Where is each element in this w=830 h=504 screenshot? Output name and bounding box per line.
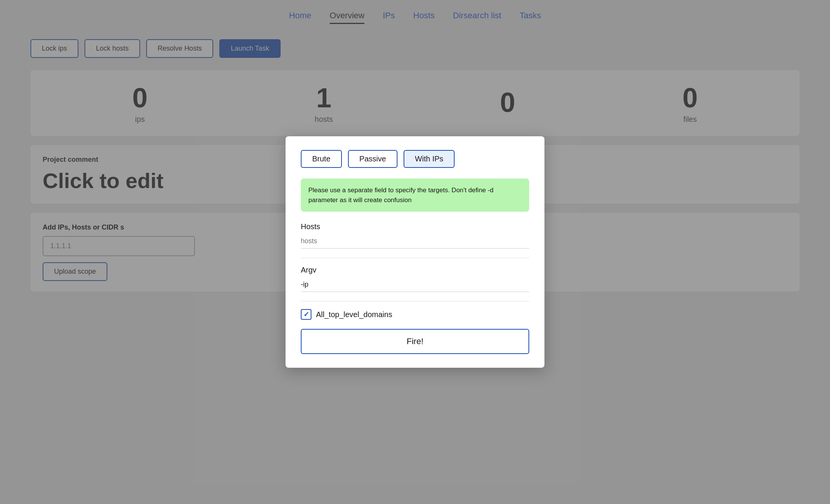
argv-field-input[interactable] bbox=[301, 278, 529, 292]
modal-info-text: Please use a separate field to specify t… bbox=[308, 187, 493, 204]
modal-tab-brute[interactable]: Brute bbox=[301, 150, 342, 168]
modal-tabs: Brute Passive With IPs bbox=[301, 150, 529, 168]
modal-overlay[interactable]: Brute Passive With IPs Please use a sepa… bbox=[0, 0, 830, 504]
modal-dialog: Brute Passive With IPs Please use a sepa… bbox=[286, 136, 544, 368]
divider bbox=[301, 258, 529, 258]
argv-field-label: Argv bbox=[301, 266, 529, 274]
divider2 bbox=[301, 301, 529, 301]
checkbox-row: ✓ All_top_level_domains bbox=[301, 309, 529, 320]
all-top-level-checkbox[interactable]: ✓ bbox=[301, 309, 311, 320]
hosts-field-label: Hosts bbox=[301, 222, 529, 231]
checkbox-label: All_top_level_domains bbox=[316, 310, 392, 319]
hosts-field-input[interactable] bbox=[301, 234, 529, 249]
modal-tab-with-ips[interactable]: With IPs bbox=[404, 150, 455, 168]
modal-info-box: Please use a separate field to specify t… bbox=[301, 179, 529, 212]
checkbox-check-icon: ✓ bbox=[303, 310, 309, 319]
fire-button[interactable]: Fire! bbox=[301, 329, 529, 354]
modal-tab-passive[interactable]: Passive bbox=[348, 150, 397, 168]
